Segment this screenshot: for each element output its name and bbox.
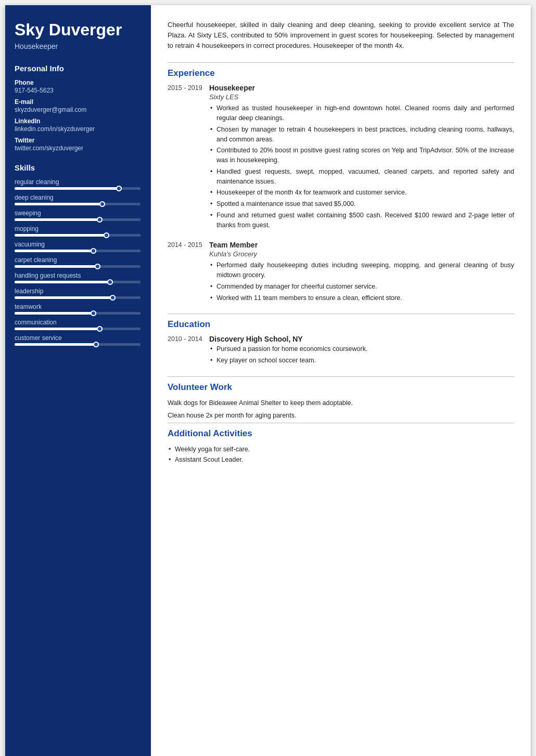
skill-name: regular cleaning [15, 178, 141, 186]
skill-name: sweeping [15, 210, 141, 217]
experience-section-title: Experience [168, 68, 514, 79]
skill-bar-bg [15, 312, 141, 315]
skill-bar-bg [15, 265, 141, 268]
additional-item: Weekly yoga for self-care. [168, 444, 514, 454]
skill-bar-fill [15, 328, 103, 330]
edu-school: Discovery High School, NY [209, 335, 514, 343]
skill-bar-dot [91, 310, 96, 316]
job-title: Team Member [209, 241, 514, 249]
twitter-label: Twitter [15, 137, 141, 144]
twitter-value: twitter.com/skyzduverger [15, 145, 141, 152]
skill-item: communication [15, 319, 141, 330]
job-title: Housekeeper [209, 84, 514, 92]
bullet-item: Found and returned guest wallet containi… [209, 211, 514, 230]
volunteer-section-title: Volunteer Work [168, 382, 514, 393]
skill-bar-fill [15, 312, 96, 315]
skill-bar-bg [15, 218, 141, 221]
skill-name: vacuuming [15, 241, 141, 248]
skill-item: vacuuming [15, 241, 141, 252]
experience-divider [168, 62, 514, 63]
email-label: E-mail [15, 98, 141, 106]
summary-text: Cheerful housekeeper, skilled in daily c… [168, 20, 514, 51]
bullet-item: Contributed to 20% boost in positive gue… [209, 146, 514, 165]
bullet-item: Worked with 11 team members to ensure a … [209, 293, 514, 303]
job-date: 2015 - 2019 [168, 84, 209, 231]
skill-bar-fill [15, 296, 116, 299]
main-content: Cheerful housekeeper, skilled in daily c… [151, 5, 531, 756]
personal-info-section: Personal Info Phone 917-545-5623 E-mail … [15, 64, 141, 152]
skill-bar-dot [99, 201, 105, 207]
skill-bar-dot [93, 342, 99, 347]
candidate-name: Sky Duverger [15, 21, 141, 39]
skill-name: customer service [15, 334, 141, 342]
skill-item: leadership [15, 288, 141, 299]
skill-bar-bg [15, 281, 141, 283]
bullet-item: Key player on school soccer team. [209, 356, 514, 366]
education-list: 2010 - 2014 Discovery High School, NY Pu… [168, 335, 514, 367]
skill-item: deep cleaning [15, 194, 141, 205]
skill-bar-fill [15, 343, 99, 346]
skill-bar-fill [15, 187, 122, 190]
bullet-item: Commended by manager for cheerful custom… [209, 282, 514, 292]
job-entry: 2014 - 2015 Team Member Kuhla's Grocery … [168, 241, 514, 304]
skill-bar-fill [15, 234, 109, 237]
job-content: Team Member Kuhla's Grocery Performed da… [209, 241, 514, 304]
bullet-item: Spotted a maintenance issue that saved $… [209, 199, 514, 209]
skill-bar-dot [95, 264, 100, 269]
skills-header: Skills [15, 163, 141, 172]
bullet-item: Pursued a passion for home economics cou… [209, 344, 514, 354]
skill-bar-dot [107, 279, 113, 285]
job-company: Kuhla's Grocery [209, 250, 514, 258]
skill-bar-bg [15, 250, 141, 252]
volunteer-divider [168, 376, 514, 377]
additional-list: Weekly yoga for self-care.Assistant Scou… [168, 444, 514, 465]
skill-bar-bg [15, 343, 141, 346]
education-entry: 2010 - 2014 Discovery High School, NY Pu… [168, 335, 514, 367]
skills-list: regular cleaning deep cleaning sweeping … [15, 178, 141, 346]
bullet-item: Housekeeper of the month 4x for teamwork… [209, 188, 514, 198]
skill-bar-fill [15, 203, 105, 205]
skill-item: mopping [15, 225, 141, 237]
skill-name: leadership [15, 288, 141, 295]
job-content: Housekeeper Sixty LES Worked as trusted … [209, 84, 514, 231]
bullet-item: Performed daily housekeeping duties incl… [209, 260, 514, 280]
skill-item: customer service [15, 334, 141, 346]
bullet-item: Handled guest requests, swept, mopped, v… [209, 167, 514, 187]
additional-divider [168, 423, 514, 423]
job-bullets: Performed daily housekeeping duties incl… [209, 260, 514, 303]
skill-bar-fill [15, 265, 100, 268]
skill-item: handling guest requests [15, 272, 141, 283]
resume-container: Sky Duverger Housekeeper Personal Info P… [5, 5, 531, 756]
additional-section-title: Additional Activities [168, 428, 514, 439]
skill-bar-fill [15, 218, 103, 221]
jobs-list: 2015 - 2019 Housekeeper Sixty LES Worked… [168, 84, 514, 304]
personal-info-header: Personal Info [15, 64, 141, 73]
skill-item: regular cleaning [15, 178, 141, 190]
skill-bar-dot [116, 186, 122, 191]
bullet-item: Worked as trusted housekeeper in high-en… [209, 103, 514, 123]
skill-bar-dot [91, 248, 96, 254]
candidate-title: Housekeeper [15, 42, 141, 50]
email-value: skyzduverger@gmail.com [15, 106, 141, 113]
skill-item: teamwork [15, 303, 141, 315]
linkedin-value: linkedin.com/in/skyzduverger [15, 125, 141, 133]
skill-item: sweeping [15, 210, 141, 221]
skill-bar-bg [15, 234, 141, 237]
edu-date: 2010 - 2014 [168, 335, 209, 367]
skill-bar-dot [104, 232, 109, 238]
skill-bar-dot [110, 295, 116, 301]
skill-name: teamwork [15, 303, 141, 310]
skill-bar-fill [15, 250, 96, 252]
skill-name: handling guest requests [15, 272, 141, 279]
skill-name: mopping [15, 225, 141, 232]
job-company: Sixty LES [209, 93, 514, 101]
edu-content: Discovery High School, NY Pursued a pass… [209, 335, 514, 367]
job-bullets: Worked as trusted housekeeper in high-en… [209, 103, 514, 230]
education-section-title: Education [168, 319, 514, 330]
skill-bar-bg [15, 296, 141, 299]
skill-name: deep cleaning [15, 194, 141, 201]
skill-name: carpet cleaning [15, 256, 141, 264]
volunteer-list: Walk dogs for Bideawee Animal Shelter to… [168, 398, 514, 421]
skill-bar-dot [97, 217, 103, 223]
sidebar: Sky Duverger Housekeeper Personal Info P… [5, 5, 151, 756]
